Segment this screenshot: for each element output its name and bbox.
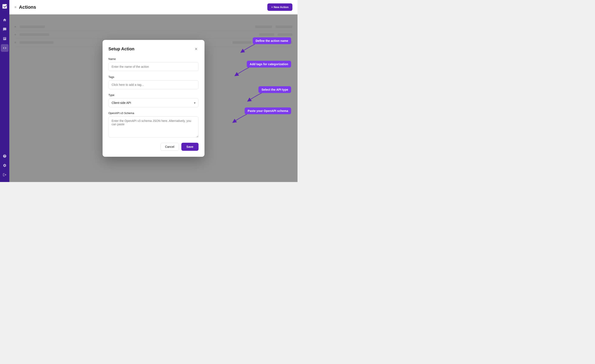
- annotation-type-arrow: [247, 92, 264, 103]
- dialog-title: Setup Action: [108, 47, 135, 51]
- annotation-name-bubble: Define the action name: [253, 37, 291, 44]
- dialog-container: Setup Action ✕ Name Tags Type Client-sid…: [103, 40, 205, 157]
- name-input[interactable]: [108, 62, 198, 71]
- name-field-group: Name: [108, 57, 198, 71]
- main-content: ≡ Actions + New Action: [9, 0, 298, 182]
- sidebar-bottom: [1, 152, 8, 178]
- logo[interactable]: [2, 3, 8, 10]
- schema-field-group: OpenAPI v3 Schema: [108, 112, 198, 138]
- menu-icon: ≡: [14, 5, 16, 9]
- dialog-header: Setup Action ✕: [108, 46, 198, 52]
- cancel-button[interactable]: Cancel: [161, 143, 179, 151]
- close-button[interactable]: ✕: [194, 46, 198, 52]
- name-label: Name: [108, 57, 198, 61]
- page-title: Actions: [19, 4, 36, 10]
- sidebar-item-code[interactable]: [1, 44, 8, 52]
- tags-field-group: Tags: [108, 75, 198, 89]
- annotation-schema-arrow: [232, 113, 249, 124]
- type-select[interactable]: Client-side API Server-side API Webhook: [108, 98, 198, 107]
- new-action-button[interactable]: + New Action: [267, 3, 292, 11]
- topbar-left: ≡ Actions: [14, 4, 36, 10]
- annotation-schema: Paste your OpenAPI schema: [245, 107, 291, 114]
- type-field-group: Type Client-side API Server-side API Web…: [108, 93, 198, 107]
- schema-textarea[interactable]: [108, 116, 198, 138]
- content-area: Setup Action ✕ Name Tags Type Client-sid…: [9, 14, 298, 182]
- annotation-name-arrow: [240, 43, 257, 54]
- type-select-wrapper: Client-side API Server-side API Webhook …: [108, 98, 198, 107]
- annotation-tags: Add tags for categorization: [247, 61, 291, 68]
- tags-input[interactable]: [108, 80, 198, 89]
- dialog-footer: Cancel Save: [108, 143, 198, 151]
- sidebar: [0, 0, 9, 182]
- topbar: ≡ Actions + New Action: [9, 0, 298, 14]
- annotation-schema-bubble: Paste your OpenAPI schema: [245, 107, 291, 114]
- sidebar-item-logout[interactable]: [1, 171, 8, 178]
- annotation-type: Select the API type: [258, 86, 291, 93]
- setup-action-dialog: Setup Action ✕ Name Tags Type Client-sid…: [103, 40, 205, 157]
- annotation-tags-arrow: [234, 66, 251, 77]
- sidebar-item-chat[interactable]: [1, 26, 8, 33]
- schema-label: OpenAPI v3 Schema: [108, 112, 198, 115]
- type-label: Type: [108, 93, 198, 97]
- sidebar-item-settings[interactable]: [1, 162, 8, 169]
- save-button[interactable]: Save: [181, 143, 198, 151]
- tags-label: Tags: [108, 75, 198, 79]
- sidebar-item-home[interactable]: [1, 16, 8, 24]
- annotation-name: Define the action name: [253, 37, 291, 44]
- sidebar-item-docs[interactable]: [1, 35, 8, 43]
- sidebar-item-support[interactable]: [1, 152, 8, 160]
- annotation-tags-bubble: Add tags for categorization: [247, 61, 291, 68]
